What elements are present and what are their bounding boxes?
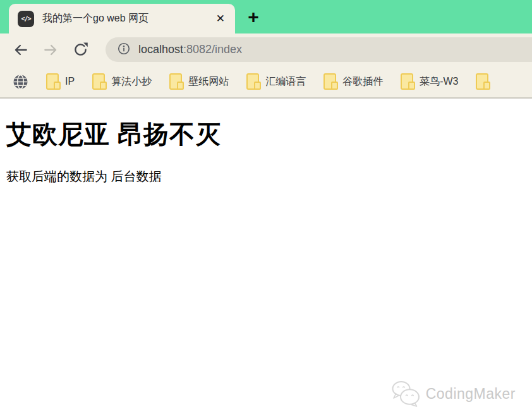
bookmark-folder-icon [323, 73, 336, 90]
bookmark-label: 菜鸟-W3 [420, 75, 458, 88]
bookmark-item[interactable]: 菜鸟-W3 [401, 73, 458, 90]
navigation-toolbar: localhost:8082/index [0, 33, 532, 66]
close-tab-icon[interactable]: ✕ [214, 12, 227, 25]
bookmark-label: 算法小抄 [111, 75, 152, 88]
bookmark-label: 谷歌插件 [342, 75, 383, 88]
bookmarks-bar: IP 算法小抄 壁纸网站 汇编语言 谷歌插件 菜鸟-W3 [0, 66, 532, 99]
chat-bubbles-icon [390, 380, 421, 408]
address-bar[interactable]: localhost:8082/index [106, 37, 532, 62]
plus-icon: + [248, 8, 259, 27]
bookmark-label: IP [65, 76, 75, 87]
bookmark-folder-icon [46, 73, 59, 90]
bookmark-item[interactable] [476, 73, 495, 90]
url-path: :8082/index [183, 43, 242, 56]
tab-title: 我的第一个go web 网页 [42, 12, 214, 25]
code-favicon-icon: </> [18, 11, 34, 27]
bookmark-folder-icon [246, 73, 259, 90]
forward-button[interactable] [42, 42, 59, 58]
watermark: CodingMaker [390, 380, 516, 408]
page-content: 艾欧尼亚 昂扬不灭 获取后端的数据为 后台数据 [0, 117, 532, 185]
bookmark-globe[interactable] [13, 74, 28, 90]
bookmark-label: 汇编语言 [265, 75, 306, 88]
browser-window: </> 我的第一个go web 网页 ✕ + [0, 0, 532, 99]
bookmark-item[interactable]: 壁纸网站 [169, 73, 229, 90]
back-arrow-icon [13, 42, 29, 58]
bookmark-folder-icon [169, 73, 182, 90]
bookmark-label: 壁纸网站 [188, 75, 229, 88]
back-button[interactable] [13, 42, 29, 58]
reload-button[interactable] [72, 42, 88, 58]
tab-strip: </> 我的第一个go web 网页 ✕ + [0, 0, 532, 33]
watermark-text: CodingMaker [426, 386, 516, 403]
globe-icon [13, 74, 28, 90]
bookmark-folder-icon [476, 73, 488, 90]
bookmark-item[interactable]: IP [46, 73, 75, 90]
bookmark-item[interactable]: 算法小抄 [92, 73, 152, 90]
new-tab-button[interactable]: + [239, 4, 268, 33]
url-host: localhost [138, 43, 183, 56]
reload-icon [73, 42, 88, 58]
url-text: localhost:8082/index [138, 43, 242, 56]
site-info-icon[interactable] [117, 42, 131, 58]
forward-arrow-icon [42, 42, 59, 58]
favicon-glyph: </> [21, 15, 30, 22]
page-heading: 艾欧尼亚 昂扬不灭 [6, 117, 526, 152]
bookmark-folder-icon [92, 73, 105, 90]
bookmark-item[interactable]: 汇编语言 [246, 73, 306, 90]
page-paragraph: 获取后端的数据为 后台数据 [6, 168, 526, 185]
bookmark-folder-icon [401, 73, 413, 90]
browser-tab[interactable]: </> 我的第一个go web 网页 ✕ [9, 4, 235, 33]
bookmark-item[interactable]: 谷歌插件 [323, 73, 383, 90]
